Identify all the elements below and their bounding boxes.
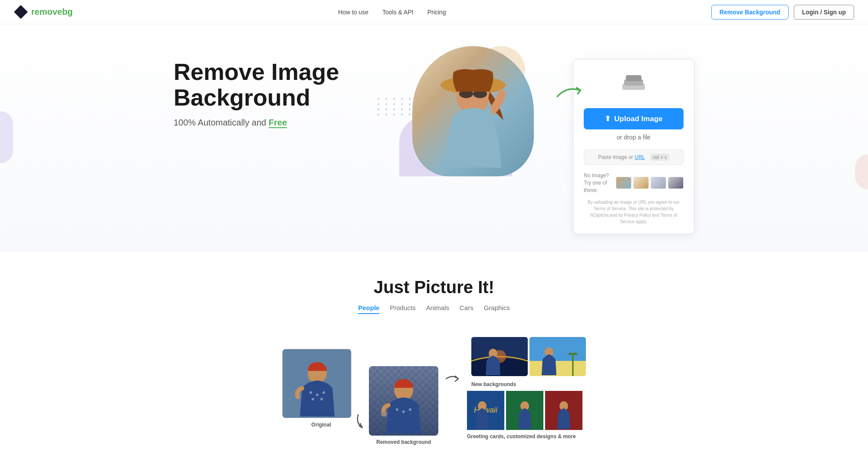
logo-icon [14,5,28,19]
deco-left-shape [0,111,13,163]
nav-link-tools-api[interactable]: Tools & API [382,9,414,16]
layer-3 [626,75,641,81]
logo[interactable]: removebg [14,5,73,19]
greeting-card-3 [545,391,582,430]
nav-link-how-to-use[interactable]: How to use [338,9,368,16]
svg-point-10 [316,393,319,396]
remove-background-button[interactable]: Remove Background [711,5,789,20]
demo-removed-image [369,366,438,436]
sample-thumb-car[interactable] [668,177,684,189]
upload-card: ⬆ Upload Image or drop a file Paste imag… [573,59,694,234]
upload-box-area: ⬆ Upload Image or drop a file Paste imag… [573,59,694,234]
hero-section: Remove Image Background 100% Automatical… [0,24,868,251]
arrow-right-icon [553,78,593,116]
svg-point-13 [320,398,323,400]
tab-cars[interactable]: Cars [460,304,473,314]
terms-text: By uploading an image or URL you agree t… [584,199,684,225]
tab-graphics[interactable]: Graphics [484,304,510,314]
demo-removed-wrapper: Removed background [369,349,438,445]
greeting-cards-label: Greeting cards, customized designs & mor… [467,433,586,440]
hero-image-area [391,46,556,176]
demo-area: Original [260,331,608,445]
new-backgrounds-label: New backgrounds [471,381,586,387]
original-label: Original [282,422,360,428]
removed-background-label: Removed background [376,439,431,445]
no-image-line2: Try one of these: [584,180,607,193]
nav-links: How to use Tools & API Pricing [338,9,446,16]
sample-thumb-laptop[interactable] [651,177,666,189]
svg-rect-23 [529,337,586,363]
svg-point-9 [309,391,312,394]
logo-text: removebg [31,7,73,17]
paste-area[interactable]: Paste image or URL ctrl + v [584,149,684,165]
layers-icon [621,73,647,99]
upload-button-label: Upload Image [614,115,662,123]
demo-removed-person [369,366,438,436]
navbar: removebg How to use Tools & API Pricing … [0,0,868,24]
just-picture-it-section: Just Picture It! People Products Animals… [0,251,868,463]
svg-point-16 [402,410,405,413]
greeting-card-1: Hawaii [467,391,504,430]
category-tabs: People Products Animals Cars Graphics [17,304,851,314]
sample-thumb-person[interactable] [616,177,631,189]
login-signup-button[interactable]: Login / Sign up [794,5,854,20]
tab-products[interactable]: Products [390,304,415,314]
tab-animals[interactable]: Animals [426,304,449,314]
no-image-text: Original No image? Try one of these: [584,172,612,194]
new-backgrounds-column: New backgrounds Hawaii [467,337,586,440]
greeting-card-2 [506,391,543,430]
tab-people[interactable]: People [358,304,379,314]
demo-original: Original [282,349,360,428]
svg-point-12 [312,398,314,400]
sample-images-row: Original No image? Try one of these: [584,172,684,194]
upload-icon: ⬆ [605,114,611,123]
greeting-bgs: Hawaii [467,391,586,430]
arrow-right-wrapper [442,368,464,391]
demo-original-image [282,349,352,418]
svg-rect-18 [381,412,387,416]
new-bg-1 [471,337,528,376]
hero-title: Remove Image Background [174,59,391,111]
new-bg-top-row [471,337,586,376]
svg-point-15 [396,408,398,411]
nav-actions: Remove Background Login / Sign up [711,5,854,20]
hero-left: Remove Image Background 100% Automatical… [174,50,391,128]
no-image-line1: No image? [584,172,609,178]
keyboard-shortcut: ctrl + v [651,154,669,161]
section2-title: Just Picture It! [17,278,851,297]
svg-point-17 [409,408,411,411]
sample-thumbs [616,177,684,189]
nav-link-pricing[interactable]: Pricing [427,9,446,16]
sample-thumb-dog[interactable] [633,177,649,189]
new-backgrounds: New backgrounds [471,337,586,387]
upload-image-button[interactable]: ⬆ Upload Image [584,108,684,129]
or-drop-label: or drop a file [584,134,684,141]
original-img-placeholder [283,349,351,418]
url-link[interactable]: URL [635,154,645,160]
deco-right-shape [855,155,868,189]
greeting-cards-area: Hawaii [467,391,586,440]
hero-subtitle: 100% Automatically and Free [174,118,391,128]
woman-photo [412,46,534,176]
svg-rect-24 [529,361,586,376]
svg-point-11 [322,391,325,394]
free-label: Free [269,118,287,128]
new-bg-2 [529,337,586,376]
